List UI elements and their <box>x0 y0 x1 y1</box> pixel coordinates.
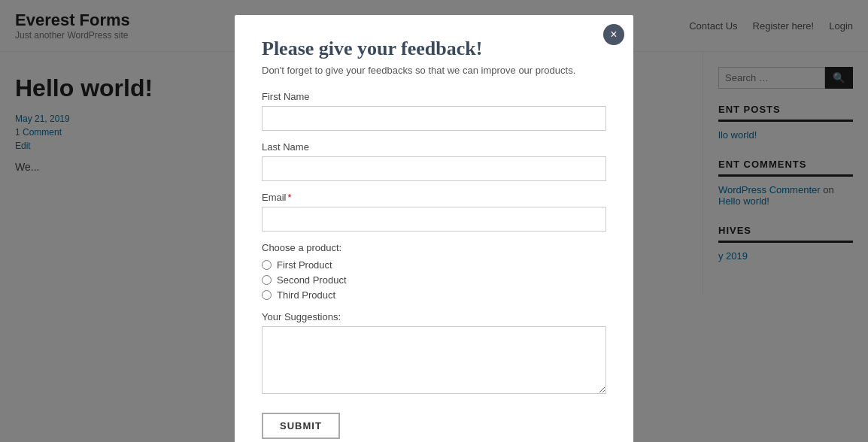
product-option-second[interactable]: Second Product <box>262 274 606 286</box>
product-option-third[interactable]: Third Product <box>262 289 606 295</box>
modal-title: Please give your feedback! <box>262 38 606 60</box>
product-option-first[interactable]: First Product <box>262 259 606 271</box>
product-third-label: Third Product <box>277 289 335 295</box>
first-name-label: First Name <box>262 91 606 102</box>
modal-close-button[interactable]: × <box>603 24 624 45</box>
product-label: Choose a product: <box>262 242 606 253</box>
modal-overlay: × Please give your feedback! Don't forge… <box>0 0 868 295</box>
product-radio-group: Choose a product: First Product Second P… <box>262 242 606 295</box>
last-name-label: Last Name <box>262 141 606 153</box>
modal-subtitle: Don't forget to give your feedbacks so t… <box>262 65 606 76</box>
modal-dialog: × Please give your feedback! Don't forge… <box>235 15 633 295</box>
product-second-label: Second Product <box>277 274 347 286</box>
product-radio-third[interactable] <box>262 290 272 295</box>
last-name-input[interactable] <box>262 156 606 181</box>
email-label: Email* <box>262 192 606 203</box>
product-radio-second[interactable] <box>262 275 272 285</box>
first-name-group: First Name <box>262 91 606 131</box>
email-required: * <box>288 192 292 203</box>
email-group: Email* <box>262 192 606 232</box>
last-name-group: Last Name <box>262 141 606 181</box>
first-name-input[interactable] <box>262 106 606 131</box>
email-input[interactable] <box>262 207 606 232</box>
product-radio-first[interactable] <box>262 260 272 270</box>
product-first-label: First Product <box>277 259 332 271</box>
